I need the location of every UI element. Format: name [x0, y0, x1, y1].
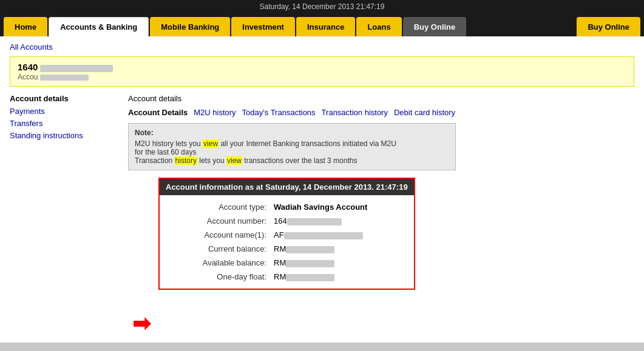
- nav-tab-buy-online-dark[interactable]: Buy Online: [403, 17, 467, 36]
- nav-tab-mobile-banking[interactable]: Mobile Banking: [150, 17, 230, 36]
- note-highlight-view2: view: [226, 156, 242, 165]
- label-one-day-float: One-day float:: [169, 272, 266, 281]
- nav-tab-loans[interactable]: Loans: [356, 17, 401, 36]
- sub-tabs: Account Details M2U history Today's Tran…: [128, 108, 634, 117]
- note-highlight-view: view: [203, 139, 219, 148]
- note-line3-post: lets you: [197, 156, 226, 165]
- tab-debit-card-history[interactable]: Debit card history: [394, 108, 455, 117]
- top-bar: Saturday, 14 December 2013 21:47:19: [0, 0, 644, 13]
- note-line1: M2U history lets you view all your Inter…: [135, 139, 449, 148]
- info-row-account-type: Account type: Wadiah Savings Account: [160, 200, 414, 214]
- current-balance-masked: [286, 246, 334, 253]
- note-line1-post: all your Internet Banking transactions i…: [219, 139, 396, 148]
- account-info-header-date: Saturday, 14 December 2013. 21:47:19: [265, 182, 408, 192]
- datetime-label: Saturday, 14 December 2013 21:47:19: [260, 2, 385, 11]
- red-arrow-icon: ➡: [132, 311, 151, 336]
- tab-m2u-history[interactable]: M2U history: [194, 108, 236, 117]
- account-type-masked: [40, 75, 89, 81]
- account-type-row: Accou: [18, 72, 626, 81]
- info-row-account-number: Account number: 164: [160, 214, 414, 228]
- nav-bar: Home Accounts & Banking Mobile Banking I…: [0, 13, 644, 36]
- left-nav: Account details Payments Transfers Stand…: [10, 94, 116, 336]
- payments-link[interactable]: Payments: [10, 107, 116, 116]
- available-balance-masked: [286, 260, 334, 267]
- note-line2: for the last 60 days: [135, 148, 449, 156]
- nav-tab-investment[interactable]: Investment: [231, 17, 295, 36]
- value-one-day-float: RM: [274, 272, 334, 281]
- account-name-masked: [284, 232, 363, 239]
- account-number-row: 1640: [18, 62, 626, 72]
- info-row-current-balance: Current balance: RM: [160, 242, 414, 256]
- account-info-header: Account information as at Saturday, 14 D…: [160, 179, 414, 195]
- info-row-account-name: Account name(1): AF: [160, 228, 414, 242]
- note-title: Note:: [135, 129, 449, 137]
- account-info-body: Account type: Wadiah Savings Account Acc…: [160, 195, 414, 289]
- label-account-type: Account type:: [169, 202, 266, 212]
- nav-tab-buy-online-yellow[interactable]: Buy Online: [577, 17, 640, 36]
- value-account-name: AF: [274, 230, 363, 239]
- label-account-name: Account name(1):: [169, 230, 266, 239]
- value-available-balance: RM: [274, 258, 334, 267]
- tab-todays-transactions[interactable]: Today's Transactions: [242, 108, 316, 117]
- right-section-title: Account details: [128, 94, 634, 103]
- value-account-type: Wadiah Savings Account: [274, 202, 367, 212]
- note-highlight-history: history: [175, 156, 197, 165]
- value-current-balance: RM: [274, 244, 334, 253]
- note-line1-pre: M2U history lets you: [135, 139, 203, 148]
- content-with-arrow: ➡ Account information as at Saturday, 14…: [128, 178, 634, 336]
- info-row-available-balance: Available balance: RM: [160, 256, 414, 270]
- label-account-number: Account number:: [169, 216, 266, 226]
- two-column-layout: Account details Payments Transfers Stand…: [10, 94, 634, 336]
- note-box: Note: M2U history lets you view all your…: [128, 123, 456, 170]
- account-number-masked: [40, 65, 113, 72]
- one-day-float-masked: [286, 274, 334, 281]
- right-section: Account details Account Details M2U hist…: [128, 94, 634, 336]
- account-number: 1640: [18, 62, 38, 72]
- nav-tab-home[interactable]: Home: [4, 17, 47, 36]
- note-line3-pre: Transaction: [135, 156, 175, 165]
- standing-instructions-link[interactable]: Standing instructions: [10, 131, 116, 140]
- info-row-one-day-float: One-day float: RM: [160, 270, 414, 284]
- arrow-col: ➡: [128, 178, 158, 336]
- main-content: All Accounts 1640 Accou Account details …: [0, 36, 644, 343]
- all-accounts-link[interactable]: All Accounts: [10, 42, 53, 52]
- tab-transaction-history[interactable]: Transaction history: [322, 108, 388, 117]
- value-account-number: 164: [274, 216, 342, 226]
- left-nav-title: Account details: [10, 94, 116, 103]
- account-info-header-pre: Account information as at: [166, 182, 263, 192]
- account-info-box: Account information as at Saturday, 14 D…: [158, 178, 415, 290]
- nav-tab-insurance[interactable]: Insurance: [296, 17, 355, 36]
- nav-spacer: [467, 17, 575, 36]
- nav-tab-accounts-banking[interactable]: Accounts & Banking: [49, 17, 149, 36]
- tab-account-details[interactable]: Account Details: [128, 108, 188, 117]
- note-line3-post2: transactions over the last 3 months: [242, 156, 357, 165]
- transfers-link[interactable]: Transfers: [10, 119, 116, 128]
- account-number-value-masked: [287, 218, 342, 226]
- account-type-label: Accou: [18, 73, 38, 81]
- note-line3: Transaction history lets you view transa…: [135, 156, 449, 165]
- account-header-box: 1640 Accou: [10, 56, 634, 87]
- label-available-balance: Available balance:: [169, 258, 266, 267]
- label-current-balance: Current balance:: [169, 244, 266, 253]
